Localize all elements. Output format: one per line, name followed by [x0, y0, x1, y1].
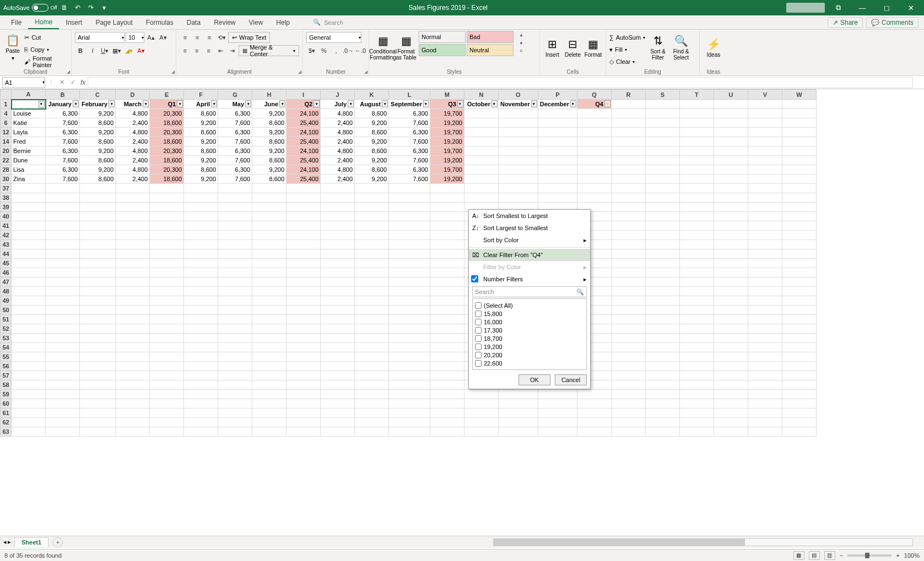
cell[interactable]: [80, 334, 116, 343]
cell[interactable]: [714, 362, 748, 371]
header-cell[interactable]: April▾: [184, 100, 218, 109]
cell[interactable]: [464, 175, 498, 184]
cell[interactable]: [611, 362, 645, 371]
cell[interactable]: [538, 165, 577, 175]
cell[interactable]: [577, 156, 611, 165]
cell[interactable]: [116, 390, 150, 399]
data-cell[interactable]: 24,100: [287, 165, 321, 175]
cell[interactable]: [782, 399, 816, 409]
cell[interactable]: [714, 249, 748, 259]
cell[interactable]: [287, 343, 321, 352]
cell[interactable]: [538, 118, 577, 128]
cell[interactable]: [679, 287, 714, 296]
cell[interactable]: [355, 268, 389, 277]
cell[interactable]: [46, 427, 80, 437]
cell[interactable]: [611, 100, 645, 109]
cell[interactable]: [389, 296, 430, 306]
cell[interactable]: [116, 277, 150, 287]
conditional-formatting-button[interactable]: ▦Conditional Formatting: [372, 31, 393, 64]
cell[interactable]: [645, 427, 679, 437]
select-all-corner[interactable]: [1, 90, 12, 100]
data-cell[interactable]: 20,300: [150, 146, 184, 156]
bold-button[interactable]: B: [75, 45, 86, 56]
tab-page-layout[interactable]: Page Layout: [89, 17, 139, 29]
header-cell[interactable]: January▾: [46, 100, 80, 109]
data-cell[interactable]: 6,300: [218, 165, 252, 175]
cell[interactable]: [679, 334, 714, 343]
cell[interactable]: [464, 128, 498, 137]
cell[interactable]: [748, 296, 782, 306]
paste-button[interactable]: 📋Paste▾: [3, 31, 22, 64]
cell[interactable]: [430, 409, 464, 418]
page-break-view-icon[interactable]: ▥: [824, 551, 835, 560]
cell[interactable]: [679, 390, 714, 399]
header-cell[interactable]: September▾: [389, 100, 430, 109]
align-top-icon[interactable]: ≡: [180, 32, 191, 43]
cell[interactable]: [218, 306, 252, 315]
cell[interactable]: [46, 259, 80, 268]
cell[interactable]: [150, 315, 184, 324]
filter-button[interactable]: ▾: [177, 100, 183, 107]
cell[interactable]: [645, 137, 679, 146]
filter-check-item[interactable]: 18,700: [475, 334, 584, 342]
data-cell[interactable]: 20,300: [150, 165, 184, 175]
data-cell[interactable]: 19,200: [430, 175, 464, 184]
cell[interactable]: [355, 212, 389, 221]
cell[interactable]: [46, 362, 80, 371]
data-cell[interactable]: 7,600: [389, 156, 430, 165]
cell[interactable]: [611, 137, 645, 146]
number-filters-item[interactable]: Number Filters▸: [469, 273, 590, 285]
cell[interactable]: [611, 165, 645, 175]
cell[interactable]: [389, 390, 430, 399]
cell[interactable]: [218, 212, 252, 221]
cell[interactable]: [252, 418, 287, 427]
col-header-E[interactable]: E: [150, 90, 184, 100]
cell[interactable]: [538, 193, 577, 203]
cell[interactable]: [46, 380, 80, 390]
cell[interactable]: [355, 221, 389, 231]
qat-customize-icon[interactable]: ▾: [98, 2, 110, 14]
cell[interactable]: [389, 203, 430, 212]
data-cell[interactable]: 6,300: [389, 146, 430, 156]
styles-down-icon[interactable]: ▾: [516, 39, 527, 47]
row-header-6[interactable]: 6: [1, 118, 12, 128]
data-cell[interactable]: 19,700: [430, 128, 464, 137]
tab-help[interactable]: Help: [269, 17, 296, 29]
clear-button[interactable]: ◇Clear▾: [609, 56, 645, 67]
cell[interactable]: [782, 109, 816, 118]
cell[interactable]: [611, 268, 645, 277]
cell[interactable]: [498, 156, 538, 165]
sort-desc-item[interactable]: Z↓Sort Largest to Smallest: [469, 222, 590, 234]
data-cell[interactable]: 9,200: [184, 175, 218, 184]
col-header-D[interactable]: D: [116, 90, 150, 100]
autosave-toggle[interactable]: AutoSave Off: [3, 4, 57, 12]
cell[interactable]: [252, 427, 287, 437]
cell[interactable]: [714, 296, 748, 306]
cell[interactable]: [184, 259, 218, 268]
cell[interactable]: [611, 175, 645, 184]
wrap-text-button[interactable]: ↩Wrap Text: [228, 32, 270, 43]
col-header-A[interactable]: A: [12, 90, 46, 100]
cell[interactable]: [46, 418, 80, 427]
cell[interactable]: [714, 156, 748, 165]
cell[interactable]: [748, 128, 782, 137]
cell[interactable]: [430, 212, 464, 221]
underline-button[interactable]: U▾: [99, 45, 110, 56]
cell[interactable]: [287, 418, 321, 427]
data-cell[interactable]: 8,600: [355, 128, 389, 137]
cell[interactable]: [321, 193, 355, 203]
cell[interactable]: [782, 315, 816, 324]
cell[interactable]: [150, 371, 184, 380]
row-header-28[interactable]: 28: [1, 165, 12, 175]
data-cell[interactable]: 9,200: [252, 146, 287, 156]
row-header-58[interactable]: 58: [1, 380, 12, 390]
cell[interactable]: [252, 380, 287, 390]
cell[interactable]: [611, 193, 645, 203]
header-cell[interactable]: March▾: [116, 100, 150, 109]
cell[interactable]: [389, 418, 430, 427]
tab-formulas[interactable]: Formulas: [139, 17, 180, 29]
cell[interactable]: [218, 287, 252, 296]
data-cell[interactable]: 9,200: [184, 118, 218, 128]
row-header-56[interactable]: 56: [1, 362, 12, 371]
filter-check-item[interactable]: 17,300: [475, 326, 584, 334]
